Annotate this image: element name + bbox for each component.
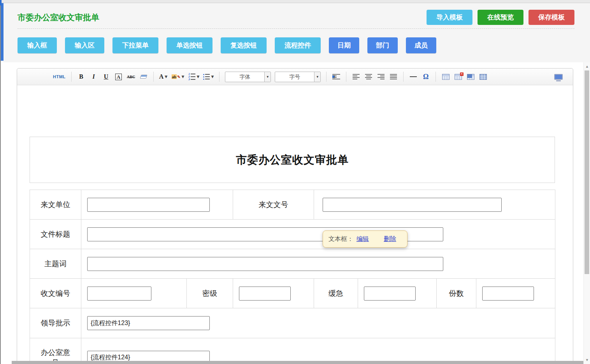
component-department-button[interactable]: 部门 — [367, 37, 398, 53]
ordered-list-button[interactable]: 1 2 3 ▼ — [188, 71, 199, 82]
indent-icon — [332, 74, 340, 79]
delete-link[interactable]: 删除 — [384, 235, 396, 243]
component-flow-control-button[interactable]: 流程控件 — [275, 37, 321, 53]
pencil-icon: ✎ — [177, 75, 180, 79]
toolbar-separator — [219, 72, 219, 82]
horizontal-scrollbar-thumb[interactable] — [12, 361, 583, 364]
component-input-box-button[interactable]: 输入框 — [18, 37, 57, 53]
leader-instructions-input[interactable] — [87, 316, 210, 330]
align-right-icon — [378, 74, 385, 79]
cell-doc-number — [314, 190, 555, 220]
component-textarea-button[interactable]: 输入区 — [65, 37, 104, 53]
table-row: 来文单位 来文文号 — [30, 190, 555, 220]
copies-input[interactable] — [482, 287, 534, 301]
editor-toolbar: HTML B I U A ABC A▼ ab✎▼ 1 2 3 ▼ — [17, 69, 573, 85]
scrollbar-thumb[interactable] — [585, 70, 589, 274]
toolbar-separator — [346, 72, 346, 82]
component-dropdown-button[interactable]: 下拉菜单 — [112, 37, 158, 53]
label-security-level: 密级 — [187, 279, 233, 308]
align-justify-button[interactable] — [389, 71, 398, 82]
form-title: 市委办公室收文审批单 — [236, 154, 349, 166]
chevron-down-icon: ▼ — [264, 72, 270, 82]
italic-button[interactable]: I — [90, 71, 98, 82]
table-row: 文件标题 — [30, 220, 555, 249]
window-top-strip — [0, 0, 590, 3]
toolbar-separator — [403, 72, 404, 82]
security-level-input[interactable] — [239, 287, 291, 301]
online-preview-button[interactable]: 在线预览 — [478, 10, 523, 25]
chevron-down-icon: ▼ — [165, 75, 167, 79]
label-receipt-number: 收文编号 — [30, 279, 81, 308]
header: 市委办公室收文审批单 导入模板 在线预览 保存模板 输入框 输入区 下拉菜单 单… — [3, 3, 590, 62]
header-title-row: 市委办公室收文审批单 导入模板 在线预览 保存模板 — [3, 3, 590, 25]
chevron-down-icon: ▼ — [197, 75, 199, 79]
component-member-button[interactable]: 成员 — [406, 37, 436, 53]
underline-button[interactable]: U — [102, 71, 111, 82]
strikethrough-button[interactable]: ABC — [127, 71, 135, 82]
font-size-select[interactable]: 字号 ▼ — [275, 72, 321, 82]
vertical-scrollbar[interactable]: ▲ ▼ — [583, 62, 590, 364]
fullscreen-button[interactable] — [554, 71, 563, 82]
doc-number-input[interactable] — [323, 198, 502, 212]
cell-source-unit — [81, 190, 233, 220]
edit-link[interactable]: 编辑 — [356, 235, 369, 243]
subject-words-input[interactable] — [87, 257, 443, 271]
table-row: 办公室意见 — [30, 338, 555, 364]
source-unit-input[interactable] — [87, 198, 210, 212]
monitor-icon — [554, 74, 563, 80]
bullet-list-button[interactable]: ▼ — [203, 71, 214, 82]
special-char-button[interactable]: Ω — [421, 71, 430, 82]
indent-button[interactable] — [332, 71, 341, 82]
import-template-button[interactable]: 导入模板 — [427, 10, 472, 25]
component-date-button[interactable]: 日期 — [329, 37, 359, 53]
font-color-button[interactable]: A▼ — [159, 71, 168, 82]
label-office-opinion: 办公室意见 — [30, 338, 81, 364]
insert-table-button[interactable] — [441, 71, 450, 82]
tooltip-label: 文本框： — [328, 235, 353, 243]
save-template-button[interactable]: 保存模板 — [529, 10, 574, 25]
ordered-list-icon: 1 2 3 — [188, 73, 195, 80]
label-subject-words: 主题词 — [30, 249, 81, 279]
form-title-table: 市委办公室收文审批单 — [30, 137, 555, 183]
bold-button[interactable]: B — [77, 71, 86, 82]
editor-area: HTML B I U A ABC A▼ ab✎▼ 1 2 3 ▼ — [3, 62, 590, 364]
bullet-list-icon — [203, 74, 210, 80]
align-center-icon — [365, 74, 372, 79]
align-center-button[interactable] — [364, 71, 373, 82]
scroll-down-arrow[interactable]: ▼ — [584, 357, 590, 363]
horizontal-rule-button[interactable] — [409, 71, 418, 82]
page-title: 市委办公室收文审批单 — [18, 12, 99, 23]
component-toolbar: 输入框 输入区 下拉菜单 单选按钮 复选按钮 流程控件 日期 部门 成员 — [18, 37, 590, 53]
cell-doc-title — [81, 220, 555, 249]
font-family-select[interactable]: 字体 ▼ — [225, 72, 271, 82]
align-justify-icon — [390, 74, 397, 79]
toolbar-separator — [326, 72, 327, 82]
label-doc-number: 来文文号 — [233, 190, 314, 220]
table-row: 收文编号 密级 缓急 份数 — [30, 279, 555, 308]
component-radio-button[interactable]: 单选按钮 — [167, 37, 212, 53]
table-cell-props-button[interactable] — [466, 71, 475, 82]
label-leader-instructions: 领导批示 — [30, 308, 81, 338]
table-grid-icon — [479, 74, 487, 80]
scroll-up-arrow[interactable]: ▲ — [584, 63, 590, 70]
highlight-color-button[interactable]: ab✎▼ — [172, 71, 184, 82]
horizontal-rule-icon — [410, 76, 417, 77]
urgency-input[interactable] — [364, 287, 416, 301]
component-checkbox-button[interactable]: 复选按钮 — [221, 37, 267, 53]
editor-content: 市委办公室收文审批单 来文单位 来文文号 — [17, 85, 573, 364]
align-right-button[interactable] — [377, 71, 385, 82]
font-style-button[interactable]: A — [114, 71, 123, 82]
cell-subject-words — [81, 249, 555, 279]
table-grid-button[interactable] — [479, 71, 487, 82]
rich-text-editor: HTML B I U A ABC A▼ ab✎▼ 1 2 3 ▼ — [17, 68, 573, 364]
remove-format-button[interactable] — [139, 71, 148, 82]
header-actions: 导入模板 在线预览 保存模板 — [427, 10, 574, 25]
window-corner-accent — [0, 0, 2, 5]
receipt-number-input[interactable] — [87, 287, 151, 301]
form-title-cell: 市委办公室收文审批单 — [30, 137, 555, 183]
cell-urgency — [358, 279, 437, 308]
delete-table-button[interactable] — [454, 71, 462, 82]
align-left-button[interactable] — [352, 71, 360, 82]
chevron-down-icon: ▼ — [182, 75, 184, 79]
html-source-button[interactable]: HTML — [53, 71, 66, 82]
